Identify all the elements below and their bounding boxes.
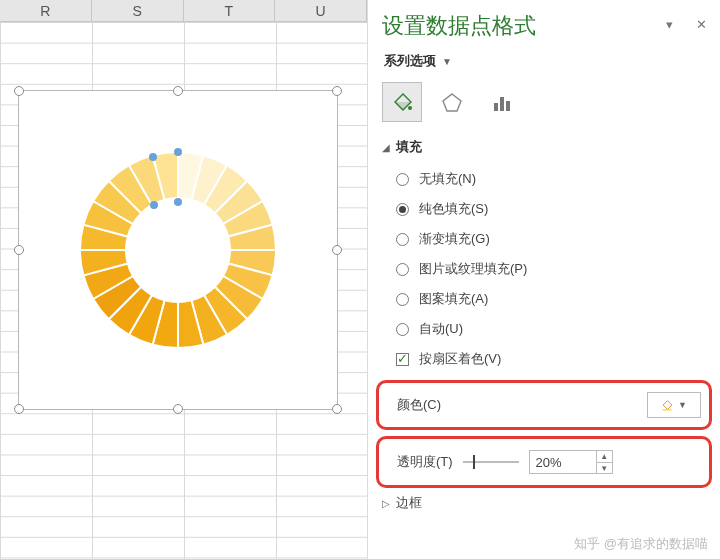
col-header[interactable]: T: [184, 0, 276, 21]
resize-handle[interactable]: [173, 404, 183, 414]
disclosure-triangle-icon: ▷: [382, 498, 390, 509]
dropdown-label: 系列选项: [384, 52, 436, 70]
section-border[interactable]: ▷ 边框: [382, 494, 712, 512]
format-pane: 设置数据点格式 ▾ ✕ 系列选项 ▼ ◢ 填充 无填充(N) 纯色填充(S) 渐…: [368, 0, 720, 559]
watermark: 知乎 @有追求的数据喵: [574, 535, 708, 553]
resize-handle[interactable]: [14, 86, 24, 96]
resize-handle[interactable]: [14, 404, 24, 414]
cell-grid[interactable]: [0, 22, 367, 559]
col-header[interactable]: S: [92, 0, 184, 21]
spreadsheet-area: R S T U: [0, 0, 368, 559]
resize-handle[interactable]: [14, 245, 24, 255]
highlight-transparency: 透明度(T) ▲ ▼: [376, 436, 712, 488]
svg-rect-2: [494, 103, 498, 111]
bar-chart-icon: [491, 91, 513, 113]
chevron-down-icon: ▼: [442, 56, 452, 67]
datapoint-handle[interactable]: [149, 153, 157, 161]
spin-up[interactable]: ▲: [597, 451, 612, 462]
spin-down[interactable]: ▼: [597, 462, 612, 473]
paint-bucket-icon: [661, 399, 673, 411]
datapoint-handle[interactable]: [150, 201, 158, 209]
option-auto-fill[interactable]: 自动(U): [396, 314, 712, 344]
option-picture-fill[interactable]: 图片或纹理填充(P): [396, 254, 712, 284]
pane-options-button[interactable]: ▾: [658, 15, 680, 37]
color-picker-button[interactable]: ▼: [647, 392, 701, 418]
svg-point-0: [408, 106, 412, 110]
series-options-dropdown[interactable]: 系列选项 ▼: [384, 52, 712, 70]
transparency-label: 透明度(T): [387, 453, 453, 471]
transparency-value-field[interactable]: [530, 451, 596, 473]
tab-series[interactable]: [482, 82, 522, 122]
color-label: 颜色(C): [387, 396, 647, 414]
option-pattern-fill[interactable]: 图案填充(A): [396, 284, 712, 314]
transparency-slider[interactable]: [463, 461, 519, 463]
resize-handle[interactable]: [332, 404, 342, 414]
column-headers: R S T U: [0, 0, 367, 22]
close-button[interactable]: ✕: [690, 15, 712, 37]
col-header[interactable]: R: [0, 0, 92, 21]
resize-handle[interactable]: [332, 86, 342, 96]
svg-marker-1: [443, 94, 461, 111]
svg-rect-5: [663, 409, 672, 410]
section-fill[interactable]: ◢ 填充: [382, 138, 712, 156]
chart-object[interactable]: [18, 90, 338, 410]
tab-effects[interactable]: [432, 82, 472, 122]
disclosure-triangle-icon: ◢: [382, 142, 390, 153]
option-gradient-fill[interactable]: 渐变填充(G): [396, 224, 712, 254]
category-tabs: [382, 82, 712, 122]
resize-handle[interactable]: [173, 86, 183, 96]
pentagon-icon: [441, 91, 463, 113]
resize-handle[interactable]: [332, 245, 342, 255]
col-header[interactable]: U: [275, 0, 367, 21]
tab-fill[interactable]: [382, 82, 422, 122]
doughnut-chart[interactable]: [48, 120, 308, 380]
pane-title: 设置数据点格式: [382, 11, 648, 41]
paint-bucket-icon: [391, 91, 413, 113]
svg-rect-3: [500, 97, 504, 111]
chevron-down-icon: ▼: [678, 400, 687, 410]
datapoint-handle[interactable]: [174, 198, 182, 206]
option-no-fill[interactable]: 无填充(N): [396, 164, 712, 194]
highlight-color: 颜色(C) ▼: [376, 380, 712, 430]
transparency-input[interactable]: ▲ ▼: [529, 450, 613, 474]
option-vary-colors[interactable]: 按扇区着色(V): [396, 344, 712, 374]
option-solid-fill[interactable]: 纯色填充(S): [396, 194, 712, 224]
svg-rect-4: [506, 101, 510, 111]
datapoint-handle[interactable]: [174, 148, 182, 156]
